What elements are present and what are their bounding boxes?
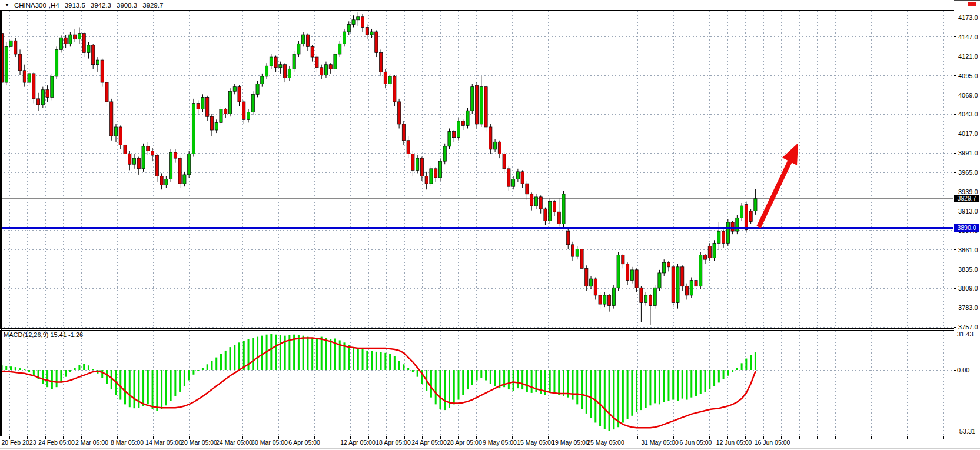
candlestick: [188, 154, 191, 175]
macd-histogram-bar: [60, 370, 62, 382]
candlestick: [576, 249, 579, 256]
macd-histogram-bar: [376, 352, 377, 370]
candlestick: [375, 32, 378, 52]
expand-panel-icon[interactable]: ▼: [5, 0, 9, 10]
macd-histogram-bar: [316, 339, 318, 370]
date-tick-label: 25 May 05:00: [587, 439, 624, 446]
macd-histogram-bar: [755, 352, 756, 370]
macd-histogram-bar: [476, 370, 478, 381]
date-tick-label: 6 Jun 05:00: [680, 439, 712, 446]
candlestick: [402, 124, 405, 141]
macd-histogram-bar: [69, 370, 71, 372]
candlestick: [617, 255, 620, 288]
macd-histogram-bar: [594, 370, 596, 422]
macd-histogram-bar: [5, 366, 7, 370]
candlestick: [453, 132, 456, 138]
candlestick: [215, 122, 218, 130]
candlestick: [484, 87, 487, 127]
candlestick: [498, 142, 501, 154]
candlestick: [622, 255, 624, 264]
date-tick-label: 24 Mar 05:00: [216, 439, 253, 446]
candlestick: [147, 146, 150, 151]
macd-histogram-bar: [238, 342, 240, 370]
macd-histogram-bar: [622, 370, 624, 422]
date-tick-label: 20 Feb 2023: [2, 439, 36, 446]
macd-histogram-bar: [280, 335, 281, 370]
candlestick: [165, 179, 168, 185]
candlestick: [279, 65, 282, 68]
macd-histogram-bar: [330, 339, 331, 370]
candlestick: [626, 264, 629, 281]
support-price-badge[interactable]: 3890.0: [954, 224, 979, 232]
candlestick: [242, 102, 245, 119]
candlestick: [18, 54, 21, 71]
macd-histogram-bar: [51, 370, 53, 389]
macd-histogram-bar: [471, 370, 473, 385]
candlestick: [293, 54, 295, 69]
macd-histogram-bar: [28, 370, 30, 372]
macd-histogram-bar: [179, 370, 181, 392]
price-tick-label: 3965.0: [958, 169, 978, 176]
candlestick: [110, 102, 113, 136]
candlestick: [315, 57, 318, 68]
macd-histogram-bar: [690, 370, 692, 398]
macd-histogram-bar: [631, 370, 633, 416]
candlestick: [507, 169, 510, 186]
macd-histogram-bar: [101, 370, 103, 378]
macd-histogram-bar: [709, 370, 710, 389]
candlestick: [306, 35, 309, 46]
candlestick: [603, 295, 606, 304]
macd-histogram-bar: [609, 370, 610, 431]
macd-histogram-bar: [106, 370, 108, 384]
macd-histogram-bar: [563, 370, 564, 396]
candlestick: [580, 249, 583, 268]
close-value: 3929.7: [142, 2, 163, 9]
macd-histogram-bar: [741, 363, 743, 370]
candlestick: [530, 194, 533, 206]
macd-histogram-bar: [659, 370, 660, 404]
candlestick: [119, 127, 122, 145]
candlestick: [142, 146, 145, 169]
date-tick-label: 8 Mar 05:00: [111, 439, 144, 446]
candlestick: [361, 17, 364, 28]
macd-histogram-bar: [558, 370, 560, 395]
candlestick: [503, 154, 506, 169]
macd-histogram-bar: [257, 337, 258, 370]
macd-histogram-bar: [549, 370, 551, 393]
chart-window: 4173.04147.04121.04095.04069.04043.04017…: [0, 0, 980, 450]
macd-histogram-bar: [42, 370, 44, 384]
candlestick: [703, 255, 706, 260]
macd-histogram-bar: [713, 370, 715, 386]
macd-histogram-bar: [156, 370, 158, 411]
macd-histogram-bar: [490, 370, 491, 384]
candlestick: [407, 141, 410, 154]
candlestick: [384, 72, 387, 84]
candlestick: [393, 76, 396, 102]
candlestick: [5, 46, 8, 82]
macd-histogram-bar: [152, 370, 154, 409]
candlestick: [59, 38, 62, 49]
macd-histogram-bar: [649, 370, 651, 405]
candlestick: [192, 103, 195, 154]
candlestick: [51, 76, 54, 97]
macd-histogram-bar: [147, 370, 149, 404]
candlestick: [685, 286, 688, 295]
macd-histogram-bar: [270, 334, 272, 370]
macd-histogram-bar: [83, 364, 85, 370]
macd-histogram-bar: [211, 361, 212, 370]
price-tick-label: 4147.0: [958, 34, 978, 41]
macd-histogram-bar: [56, 370, 58, 387]
candlestick: [174, 152, 177, 158]
macd-histogram-bar: [384, 353, 386, 370]
candlestick: [420, 158, 423, 176]
candlestick: [284, 65, 287, 78]
candlestick: [635, 270, 638, 288]
low-value: 3908.3: [117, 2, 137, 9]
candlestick: [41, 90, 44, 105]
candlestick: [23, 71, 26, 82]
macd-histogram-bar: [252, 338, 254, 370]
candlestick: [343, 32, 346, 44]
candlestick: [649, 295, 652, 306]
candlestick: [731, 222, 734, 231]
macd-histogram-bar: [682, 370, 683, 399]
